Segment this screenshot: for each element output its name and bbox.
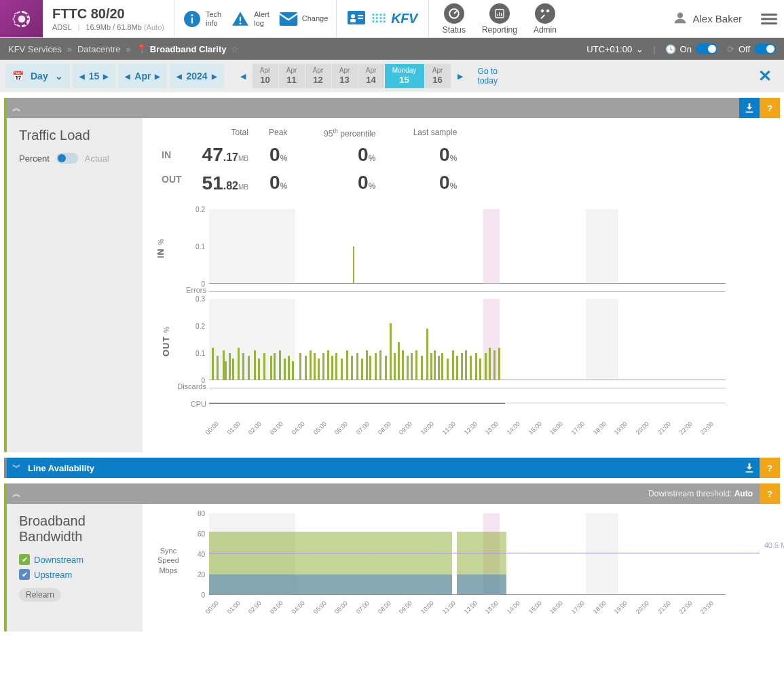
day-chip-11[interactable]: Apr11 <box>279 64 305 88</box>
chart-in[interactable]: 00.10.2 <box>162 209 760 284</box>
download-button[interactable] <box>739 458 760 478</box>
downstream-checkbox[interactable]: ✔Downstream <box>19 554 130 565</box>
svg-rect-19 <box>761 22 777 24</box>
crumb-l1[interactable]: Datacentre <box>77 44 121 54</box>
bandwidth-side: Broadband Bandwidth ✔Downstream ✔Upstrea… <box>7 504 143 631</box>
percent-actual-toggle[interactable] <box>56 153 78 164</box>
download-button[interactable] <box>739 98 760 118</box>
collapse-icon[interactable]: ︽ <box>12 102 21 114</box>
collapse-icon[interactable]: ︽ <box>12 488 21 500</box>
day-chip-16[interactable]: Apr16 <box>425 64 451 88</box>
timezone-selector[interactable]: UTC+01:00 ⌄ <box>586 44 643 54</box>
day-chip-15[interactable]: Monday15 <box>385 64 424 88</box>
alert-log-button[interactable]: Alertlog <box>231 10 269 29</box>
brand-name: KFV <box>391 11 417 26</box>
errors-row: Errors <box>162 284 760 299</box>
svg-rect-13 <box>498 14 498 16</box>
upstream-checkbox[interactable]: ✔Upstream <box>19 569 130 580</box>
day-chip-13[interactable]: Apr13 <box>332 64 358 88</box>
days-next[interactable]: ▶ <box>453 64 467 88</box>
brand-block: ⠿⠿ KFV <box>337 0 429 37</box>
row-out-label: OUT <box>162 167 182 191</box>
threshold-text: Downstream threshold: Auto <box>648 489 753 498</box>
expand-icon[interactable]: ︾ <box>12 462 21 474</box>
days-prev[interactable]: ◀ <box>236 64 250 88</box>
favorite-star[interactable]: ☆ <box>231 44 239 54</box>
bandwidth-panel-header: ︽ Downstream threshold: Auto ? <box>7 483 780 504</box>
alert-icon <box>231 10 250 29</box>
speed-mode: (Auto) <box>144 23 164 31</box>
month-chip[interactable]: ◀Apr▶ <box>118 64 167 88</box>
user-icon <box>673 11 687 26</box>
day-chip[interactable]: ◀15▶ <box>73 64 116 88</box>
crumb-current: Broadband Clarity <box>150 44 227 54</box>
discards-row: Discards <box>162 380 760 395</box>
row-in-label: IN <box>162 143 182 167</box>
chart-out[interactable]: 00.10.20.3 <box>162 299 760 380</box>
goto-today[interactable]: Go totoday <box>478 67 498 86</box>
date-bar: 📅 Day ⌄ ◀15▶ ◀Apr▶ ◀2024▶ ◀ Apr10Apr11Ap… <box>0 60 784 92</box>
svg-rect-18 <box>761 18 777 20</box>
col-peak: Peak <box>269 128 287 139</box>
svg-rect-14 <box>499 12 500 16</box>
product-subtitle: ADSL | 16.9Mb / 61.8Mb (Auto) <box>52 23 164 31</box>
col-total: Total <box>202 128 248 139</box>
off-toggle[interactable] <box>754 43 776 54</box>
speed-down: 16.9Mb <box>86 23 111 31</box>
nav-buttons: Status Reporting Admin <box>429 0 570 37</box>
user-menu[interactable]: Alex Baker <box>661 0 754 37</box>
on-toggle[interactable] <box>696 43 717 54</box>
help-button[interactable]: ? <box>760 98 780 118</box>
in-last: 0% <box>396 143 457 170</box>
in-p95: 0% <box>307 143 375 170</box>
report-icon <box>489 3 510 24</box>
traffic-title: Traffic Load <box>19 128 130 143</box>
bandwidth-xaxis: 00:0001:0002:0003:0004:0005:0006:0007:00… <box>209 595 726 622</box>
traffic-main: IN OUT Total 47.17MB 51.82MB Peak 0% 0% … <box>143 118 780 452</box>
col-p95: 95th percentile <box>307 128 375 139</box>
chevron-down-icon: ⌄ <box>636 44 643 54</box>
svg-rect-10 <box>358 18 363 19</box>
close-button[interactable]: ✕ <box>751 67 779 86</box>
on-toggle-group: 🕓 On <box>665 43 717 54</box>
help-button[interactable]: ? <box>760 458 780 478</box>
nav-reporting[interactable]: Reporting <box>482 3 517 35</box>
svg-rect-15 <box>501 13 502 16</box>
hamburger-menu[interactable] <box>754 0 784 37</box>
day-chip-14[interactable]: Apr14 <box>358 64 384 88</box>
svg-rect-3 <box>240 16 241 21</box>
out-last: 0% <box>396 170 457 198</box>
envelope-icon <box>279 10 298 29</box>
chart-bandwidth[interactable]: 02040608040.5 Mbps <box>162 513 760 595</box>
id-card-icon <box>348 11 365 26</box>
header-tool-buttons: Techinfo Alertlog Change <box>174 0 337 37</box>
traffic-side: Traffic Load Percent Actual <box>7 118 143 452</box>
actual-label: Actual <box>85 153 109 164</box>
view-mode-label: Day <box>31 71 48 81</box>
svg-point-16 <box>677 13 683 18</box>
sync-icon: ⟳ <box>727 44 734 54</box>
nav-admin[interactable]: Admin <box>534 3 557 35</box>
change-button[interactable]: Change <box>279 10 329 29</box>
nav-status[interactable]: Status <box>443 3 466 35</box>
tech-info-button[interactable]: Techinfo <box>183 10 221 29</box>
crumb-root[interactable]: KFV Services <box>8 44 62 54</box>
year-chip[interactable]: ◀2024▶ <box>170 64 223 88</box>
day-chip-12[interactable]: Apr12 <box>305 64 331 88</box>
traffic-panel: ︽ ? Traffic Load Percent Actual IN OUT <box>4 98 780 452</box>
product-title: FTTC 80/20 <box>52 6 164 22</box>
user-name: Alex Baker <box>692 13 742 24</box>
view-mode-chip[interactable]: 📅 Day ⌄ <box>5 64 70 88</box>
relearn-button[interactable]: Relearn <box>19 588 61 602</box>
traffic-stats: IN OUT Total 47.17MB 51.82MB Peak 0% 0% … <box>162 128 760 200</box>
hamburger-icon <box>761 11 777 27</box>
svg-rect-9 <box>358 15 363 16</box>
help-button[interactable]: ? <box>760 483 780 504</box>
day-chip-10[interactable]: Apr10 <box>253 64 278 88</box>
chevron-down-icon: ⌄ <box>55 71 63 81</box>
cpu-row: CPU <box>162 395 760 416</box>
svg-point-7 <box>351 14 355 18</box>
info-icon <box>183 10 202 29</box>
clock-icon: 🕓 <box>665 44 676 54</box>
svg-point-2 <box>191 14 193 16</box>
